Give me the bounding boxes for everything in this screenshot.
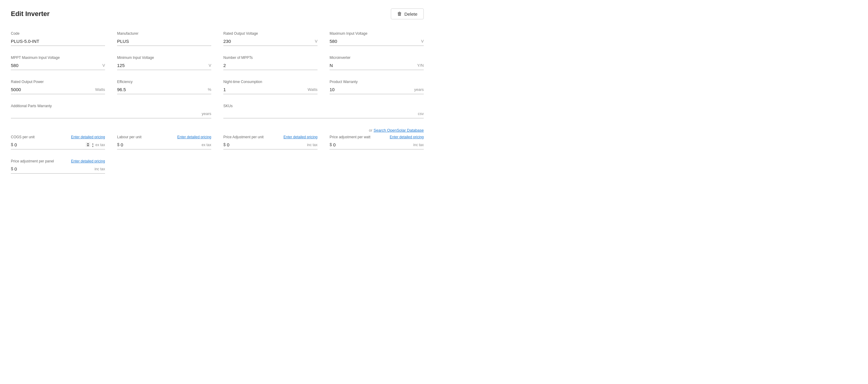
input-product-warranty[interactable] [330,86,412,93]
input-mppt-max-input-voltage[interactable] [11,62,100,68]
input-maximum-input-voltage[interactable] [330,38,419,45]
unit-price-adj-panel: inc tax [94,167,105,172]
field-minimum-input-voltage: Minimum Input Voltage V [117,56,211,70]
pricing-group-price-adj-panel: Price adjustment per panel Enter detaile… [11,159,105,174]
input-wrapper-product-warranty: years [330,86,424,94]
label-manufacturer: Manufacturer [117,31,211,36]
label-microinverter: Microinverter [330,56,424,60]
unit-labour: ex tax [202,143,211,148]
field-microinverter: Microinverter Y/N [330,56,424,70]
input-minimum-input-voltage[interactable] [117,62,207,68]
input-wrapper-additional-parts-warranty: years [11,111,211,118]
input-skus[interactable] [223,111,416,117]
label-skus: SKUs [223,104,424,108]
pricing-label-price-adj-panel: Price adjustment per panel [11,159,54,163]
pricing-label-cogs: COGS per unit [11,135,35,139]
input-wrapper-manufacturer [117,38,211,46]
or-text: or [369,128,372,132]
form-row-3: Rated Output Power Watts Efficiency % Ni… [11,80,424,94]
form-row-1: Code Manufacturer Rated Output Voltage V… [11,31,424,46]
input-wrapper-rated-output-voltage: V [223,38,317,46]
dollar-sign-price-adj-unit: $ [223,142,226,148]
pricing-label-price-adj-unit: Price Adjustment per unit [223,135,264,139]
pricing-group-labour: Labour per unit Enter detailed pricing $… [117,135,211,149]
input-price-adj-unit[interactable] [227,142,306,148]
input-wrapper-maximum-input-voltage: V [330,38,424,46]
input-wrapper-number-of-mppts [223,62,317,70]
spinner-cogs[interactable]: ▲ ▼ [91,143,94,148]
unit-efficiency: % [208,87,211,93]
field-maximum-input-voltage: Maximum Input Voltage V [330,31,424,46]
dollar-sign-cogs: $ [11,142,13,148]
pricing-row-2: Price adjustment per panel Enter detaile… [11,159,424,174]
field-skus: SKUs csv [223,104,424,118]
field-number-of-mppts: Number of MPPTs [223,56,317,70]
unit-additional-parts-warranty: years [202,111,211,117]
label-additional-parts-warranty: Additional Parts Warranty [11,104,211,108]
pricing-group-price-adj-unit: Price Adjustment per unit Enter detailed… [223,135,317,149]
enter-detailed-price-adj-watt[interactable]: Enter detailed pricing [390,135,424,139]
pricing-input-row-cogs: $ ▲ ▼ ex tax [11,142,105,149]
input-additional-parts-warranty[interactable] [11,111,200,117]
trash-icon: 🗑 [397,11,402,17]
unit-product-warranty: years [414,87,424,93]
field-product-warranty: Product Warranty years [330,80,424,94]
label-efficiency: Efficiency [117,80,211,84]
field-nighttime-consumption: Night-time Consumption Watts [223,80,317,94]
pricing-input-row-price-adj-panel: $ inc tax [11,166,105,174]
field-additional-parts-warranty: Additional Parts Warranty years [11,104,211,118]
pricing-input-row-price-adj-unit: $ inc tax [223,142,317,149]
pricing-header-price-adj-panel: Price adjustment per panel Enter detaile… [11,159,105,163]
pricing-section: COGS per unit Enter detailed pricing $ ▲… [11,135,424,174]
input-wrapper-minimum-input-voltage: V [117,62,211,70]
pricing-header-price-adj-watt: Price adjustment per watt Enter detailed… [330,135,424,139]
input-cogs[interactable] [14,142,90,148]
pricing-header-price-adj-unit: Price Adjustment per unit Enter detailed… [223,135,317,139]
search-link-row: or Search OpenSolar Database [11,128,424,132]
unit-nighttime-consumption: Watts [308,87,317,93]
unit-rated-output-power: Watts [95,87,105,93]
page-header: Edit Inverter 🗑 Delete [11,8,424,19]
field-mppt-max-input-voltage: MPPT Maximum Input Voltage V [11,56,105,70]
delete-button[interactable]: 🗑 Delete [391,8,424,19]
pricing-label-labour: Labour per unit [117,135,142,139]
label-mppt-max-input-voltage: MPPT Maximum Input Voltage [11,56,105,60]
input-microinverter[interactable] [330,62,415,68]
input-rated-output-power[interactable] [11,86,93,93]
input-wrapper-microinverter: Y/N [330,62,424,70]
input-labour[interactable] [121,142,200,148]
input-manufacturer[interactable] [117,38,211,45]
field-efficiency: Efficiency % [117,80,211,94]
input-price-adj-watt[interactable] [333,142,412,148]
label-maximum-input-voltage: Maximum Input Voltage [330,31,424,36]
enter-detailed-cogs[interactable]: Enter detailed pricing [71,135,105,139]
unit-mppt-max-input-voltage: V [102,63,105,68]
input-wrapper-efficiency: % [117,86,211,94]
pricing-group-cogs: COGS per unit Enter detailed pricing $ ▲… [11,135,105,149]
enter-detailed-labour[interactable]: Enter detailed pricing [177,135,211,139]
input-wrapper-skus: csv [223,111,424,118]
enter-detailed-price-adj-unit[interactable]: Enter detailed pricing [283,135,317,139]
input-code[interactable] [11,38,105,45]
pricing-input-row-labour: $ ex tax [117,142,211,149]
input-efficiency[interactable] [117,86,206,93]
input-wrapper-code [11,38,105,46]
pricing-label-price-adj-watt: Price adjustment per watt [330,135,370,139]
input-nighttime-consumption[interactable] [223,86,306,93]
label-rated-output-power: Rated Output Power [11,80,105,84]
input-price-adj-panel[interactable] [14,166,94,172]
unit-price-adj-unit: inc tax [307,143,317,148]
dollar-sign-price-adj-watt: $ [330,142,332,148]
input-number-of-mppts[interactable] [223,62,317,68]
enter-detailed-price-adj-panel[interactable]: Enter detailed pricing [71,159,105,163]
input-rated-output-voltage[interactable] [223,38,313,45]
form-row-2: MPPT Maximum Input Voltage V Minimum Inp… [11,56,424,70]
unit-microinverter: Y/N [417,63,424,68]
input-wrapper-nighttime-consumption: Watts [223,86,317,94]
label-product-warranty: Product Warranty [330,80,424,84]
unit-cogs: ex tax [95,143,105,148]
unit-minimum-input-voltage: V [209,63,211,68]
search-opensolar-link[interactable]: Search OpenSolar Database [374,128,424,132]
input-wrapper-mppt-max-input-voltage: V [11,62,105,70]
label-nighttime-consumption: Night-time Consumption [223,80,317,84]
